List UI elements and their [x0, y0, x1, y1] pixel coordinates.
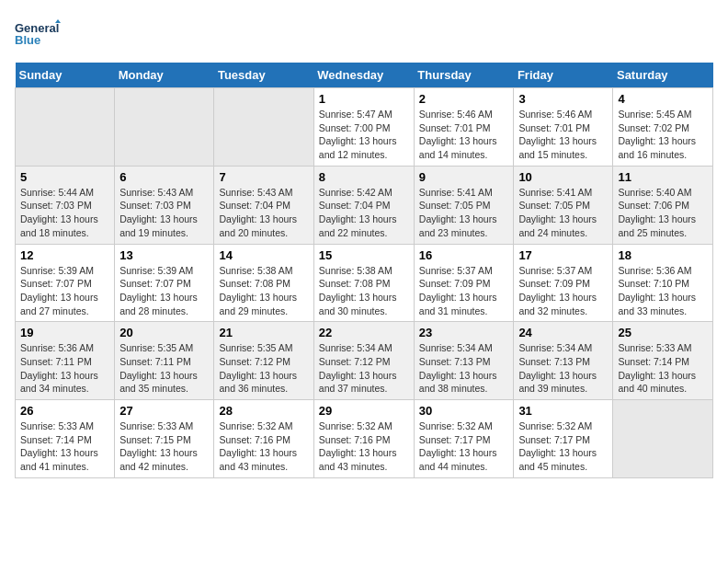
calendar-cell: 9 Sunrise: 5:41 AMSunset: 7:05 PMDayligh… — [414, 166, 514, 244]
weekday-header-row: SundayMondayTuesdayWednesdayThursdayFrid… — [16, 63, 713, 88]
day-detail: Sunrise: 5:41 AMSunset: 7:05 PMDaylight:… — [419, 187, 497, 238]
day-number: 20 — [119, 326, 209, 339]
calendar-cell: 8 Sunrise: 5:42 AMSunset: 7:04 PMDayligh… — [313, 166, 414, 244]
day-number: 11 — [618, 170, 708, 184]
calendar-cell: 2 Sunrise: 5:46 AMSunset: 7:01 PMDayligh… — [414, 88, 514, 167]
calendar-cell: 22 Sunrise: 5:34 AMSunset: 7:12 PMDaylig… — [313, 322, 414, 400]
day-number: 28 — [219, 404, 308, 418]
calendar-cell: 19 Sunrise: 5:36 AMSunset: 7:11 PMDaylig… — [16, 322, 115, 400]
day-detail: Sunrise: 5:37 AMSunset: 7:09 PMDaylight:… — [419, 265, 497, 316]
calendar-cell: 30 Sunrise: 5:32 AMSunset: 7:17 PMDaylig… — [414, 400, 514, 478]
calendar-cell — [214, 88, 313, 167]
calendar-cell: 20 Sunrise: 5:35 AMSunset: 7:11 PMDaylig… — [115, 322, 214, 400]
day-detail: Sunrise: 5:32 AMSunset: 7:16 PMDaylight:… — [319, 420, 397, 472]
day-number: 6 — [119, 170, 209, 184]
calendar-cell: 11 Sunrise: 5:40 AMSunset: 7:06 PMDaylig… — [613, 166, 713, 244]
day-number: 23 — [419, 326, 509, 339]
day-number: 17 — [518, 248, 608, 262]
day-number: 15 — [319, 248, 409, 262]
day-detail: Sunrise: 5:38 AMSunset: 7:08 PMDaylight:… — [319, 265, 397, 316]
day-number: 25 — [618, 326, 708, 339]
calendar-cell: 3 Sunrise: 5:46 AMSunset: 7:01 PMDayligh… — [514, 88, 613, 167]
day-detail: Sunrise: 5:44 AMSunset: 7:03 PMDaylight:… — [20, 187, 98, 238]
day-detail: Sunrise: 5:41 AMSunset: 7:05 PMDaylight:… — [518, 187, 597, 238]
weekday-header-sunday: Sunday — [16, 63, 115, 88]
calendar-cell: 4 Sunrise: 5:45 AMSunset: 7:02 PMDayligh… — [613, 88, 713, 167]
calendar-cell: 17 Sunrise: 5:37 AMSunset: 7:09 PMDaylig… — [514, 244, 613, 322]
day-number: 1 — [319, 92, 409, 106]
calendar-cell: 15 Sunrise: 5:38 AMSunset: 7:08 PMDaylig… — [313, 244, 414, 322]
weekday-header-thursday: Thursday — [414, 63, 514, 88]
week-row-1: 1 Sunrise: 5:47 AMSunset: 7:00 PMDayligh… — [16, 88, 713, 167]
day-number: 5 — [20, 170, 109, 184]
day-detail: Sunrise: 5:38 AMSunset: 7:08 PMDaylight:… — [219, 265, 297, 316]
day-detail: Sunrise: 5:39 AMSunset: 7:07 PMDaylight:… — [119, 265, 198, 316]
day-number: 29 — [319, 404, 409, 418]
weekday-header-tuesday: Tuesday — [214, 63, 313, 88]
day-number: 26 — [20, 404, 109, 418]
day-number: 31 — [518, 404, 608, 418]
calendar-cell — [115, 88, 214, 167]
calendar-cell: 14 Sunrise: 5:38 AMSunset: 7:08 PMDaylig… — [214, 244, 313, 322]
day-number: 18 — [618, 248, 708, 262]
day-number: 13 — [119, 248, 209, 262]
day-detail: Sunrise: 5:36 AMSunset: 7:11 PMDaylight:… — [20, 342, 98, 394]
day-detail: Sunrise: 5:34 AMSunset: 7:13 PMDaylight:… — [419, 342, 497, 394]
svg-text:Blue: Blue — [15, 33, 40, 47]
calendar-cell: 28 Sunrise: 5:32 AMSunset: 7:16 PMDaylig… — [214, 400, 313, 478]
calendar-cell: 18 Sunrise: 5:36 AMSunset: 7:10 PMDaylig… — [613, 244, 713, 322]
day-detail: Sunrise: 5:47 AMSunset: 7:00 PMDaylight:… — [319, 109, 397, 160]
day-detail: Sunrise: 5:32 AMSunset: 7:17 PMDaylight:… — [419, 420, 497, 472]
day-number: 24 — [518, 326, 608, 339]
day-detail: Sunrise: 5:34 AMSunset: 7:13 PMDaylight:… — [518, 342, 597, 394]
calendar-cell: 6 Sunrise: 5:43 AMSunset: 7:03 PMDayligh… — [115, 166, 214, 244]
day-detail: Sunrise: 5:46 AMSunset: 7:01 PMDaylight:… — [419, 109, 497, 160]
calendar-cell: 29 Sunrise: 5:32 AMSunset: 7:16 PMDaylig… — [313, 400, 414, 478]
day-detail: Sunrise: 5:33 AMSunset: 7:14 PMDaylight:… — [20, 420, 98, 472]
day-number: 10 — [518, 170, 608, 184]
calendar-cell: 31 Sunrise: 5:32 AMSunset: 7:17 PMDaylig… — [514, 400, 613, 478]
calendar-cell: 10 Sunrise: 5:41 AMSunset: 7:05 PMDaylig… — [514, 166, 613, 244]
day-number: 2 — [419, 92, 509, 106]
calendar-cell: 23 Sunrise: 5:34 AMSunset: 7:13 PMDaylig… — [414, 322, 514, 400]
calendar-cell: 1 Sunrise: 5:47 AMSunset: 7:00 PMDayligh… — [313, 88, 414, 167]
week-row-4: 19 Sunrise: 5:36 AMSunset: 7:11 PMDaylig… — [16, 322, 713, 400]
calendar-cell: 26 Sunrise: 5:33 AMSunset: 7:14 PMDaylig… — [16, 400, 115, 478]
day-detail: Sunrise: 5:35 AMSunset: 7:12 PMDaylight:… — [219, 342, 297, 394]
day-number: 9 — [419, 170, 509, 184]
weekday-header-wednesday: Wednesday — [313, 63, 414, 88]
weekday-header-saturday: Saturday — [613, 63, 713, 88]
week-row-3: 12 Sunrise: 5:39 AMSunset: 7:07 PMDaylig… — [16, 244, 713, 322]
day-detail: Sunrise: 5:34 AMSunset: 7:12 PMDaylight:… — [319, 342, 397, 394]
day-detail: Sunrise: 5:36 AMSunset: 7:10 PMDaylight:… — [618, 265, 696, 316]
day-detail: Sunrise: 5:40 AMSunset: 7:06 PMDaylight:… — [618, 187, 696, 238]
logo: General Blue — [15, 15, 61, 52]
weekday-header-friday: Friday — [514, 63, 613, 88]
day-number: 19 — [20, 326, 109, 339]
week-row-5: 26 Sunrise: 5:33 AMSunset: 7:14 PMDaylig… — [16, 400, 713, 478]
day-detail: Sunrise: 5:32 AMSunset: 7:16 PMDaylight:… — [219, 420, 297, 472]
day-number: 22 — [319, 326, 409, 339]
day-detail: Sunrise: 5:35 AMSunset: 7:11 PMDaylight:… — [119, 342, 198, 394]
day-number: 27 — [119, 404, 209, 418]
day-number: 4 — [618, 92, 708, 106]
day-number: 7 — [219, 170, 308, 184]
logo-svg: General Blue — [15, 15, 61, 52]
calendar-cell: 13 Sunrise: 5:39 AMSunset: 7:07 PMDaylig… — [115, 244, 214, 322]
day-number: 8 — [319, 170, 409, 184]
calendar-cell: 16 Sunrise: 5:37 AMSunset: 7:09 PMDaylig… — [414, 244, 514, 322]
page-header: General Blue — [15, 15, 713, 52]
day-detail: Sunrise: 5:32 AMSunset: 7:17 PMDaylight:… — [518, 420, 597, 472]
day-detail: Sunrise: 5:39 AMSunset: 7:07 PMDaylight:… — [20, 265, 98, 316]
day-detail: Sunrise: 5:33 AMSunset: 7:14 PMDaylight:… — [618, 342, 696, 394]
calendar-cell: 7 Sunrise: 5:43 AMSunset: 7:04 PMDayligh… — [214, 166, 313, 244]
day-number: 3 — [518, 92, 608, 106]
calendar-cell: 21 Sunrise: 5:35 AMSunset: 7:12 PMDaylig… — [214, 322, 313, 400]
calendar-table: SundayMondayTuesdayWednesdayThursdayFrid… — [15, 63, 713, 478]
calendar-cell: 24 Sunrise: 5:34 AMSunset: 7:13 PMDaylig… — [514, 322, 613, 400]
calendar-cell — [613, 400, 713, 478]
calendar-cell: 12 Sunrise: 5:39 AMSunset: 7:07 PMDaylig… — [16, 244, 115, 322]
day-detail: Sunrise: 5:33 AMSunset: 7:15 PMDaylight:… — [119, 420, 198, 472]
day-number: 30 — [419, 404, 509, 418]
day-number: 12 — [20, 248, 109, 262]
